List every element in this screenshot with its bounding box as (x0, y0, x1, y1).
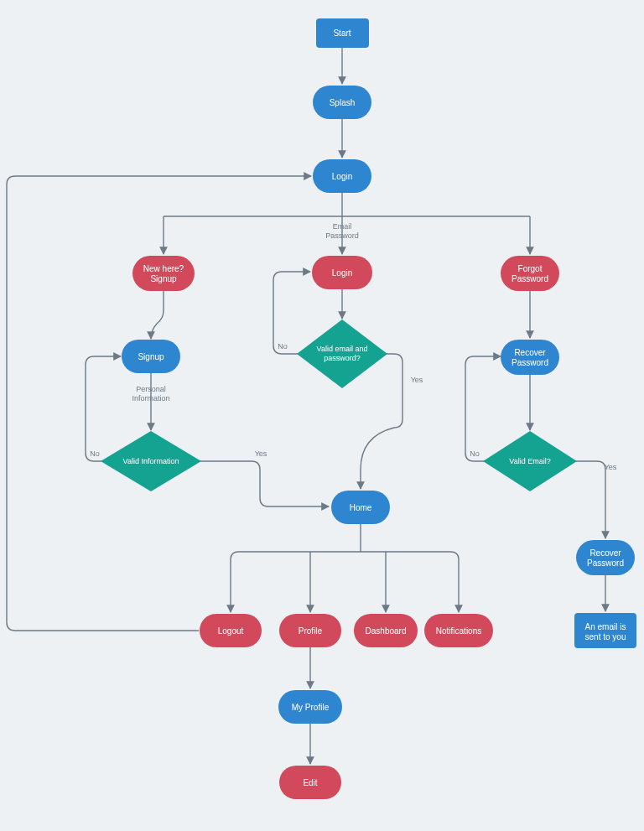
node-recover-line1: Recover (514, 348, 546, 357)
edge-validemail-yes (575, 461, 605, 538)
node-login2: Login (312, 256, 372, 289)
node-forgot-password: Forgot Password (501, 256, 559, 291)
edge-label-personal2: Information (132, 394, 169, 403)
node-newhere-line2: Signup (150, 274, 177, 283)
edge-label-validinfo-no: No (90, 449, 100, 458)
node-logout-label: Logout (218, 626, 244, 636)
node-forgot-line2: Password (512, 274, 548, 283)
node-splash-label: Splash (330, 98, 356, 107)
edge-label-validemail-no: No (470, 449, 480, 458)
node-my-profile: My Profile (278, 690, 342, 724)
node-dashboard-label: Dashboard (366, 626, 407, 636)
edge-validinfo-yes (200, 461, 329, 506)
flowchart-canvas: Email Password Personal Information No Y… (0, 0, 644, 831)
node-edit-label: Edit (303, 778, 317, 787)
node-newhere-line1: New here? (143, 264, 184, 273)
node-valid-email-password: Valid email and password? (297, 319, 387, 388)
edge-label-validep-yes: Yes (411, 376, 423, 384)
edge-validep-yes (361, 354, 402, 489)
edge-label-validinfo-yes: Yes (255, 449, 267, 458)
node-notifications: Notifications (424, 614, 493, 647)
node-valid-information: Valid Information (101, 431, 201, 491)
node-recover-password-2: Recover Password (576, 540, 635, 575)
node-start-label: Start (333, 29, 351, 38)
node-validinfo-label: Valid Information (123, 457, 179, 465)
node-notifications-label: Notifications (436, 626, 481, 636)
edge-label-validemail-yes: Yes (605, 463, 617, 471)
node-myprofile-label: My Profile (292, 703, 330, 712)
edge-label-personal1: Personal (136, 385, 166, 393)
edge-label-password: Password (325, 231, 359, 240)
node-logout: Logout (200, 614, 262, 647)
node-emailsent-line2: sent to you (585, 632, 626, 641)
node-signup-label: Signup (138, 352, 164, 361)
node-profile-label: Profile (299, 626, 323, 636)
node-start: Start (316, 18, 369, 48)
node-email-sent: An email is sent to you (574, 613, 636, 648)
edge-label-validep-no: No (278, 342, 288, 351)
node-emailsent-line1: An email is (585, 622, 626, 631)
edge-validemail-no (465, 356, 501, 461)
node-login-label: Login (332, 172, 352, 181)
node-validep-line1: Valid email and (317, 345, 368, 353)
edge-validinfo-no (86, 356, 121, 461)
node-forgot-line1: Forgot (518, 264, 543, 273)
node-login: Login (313, 159, 371, 193)
edge-newhere-signup (151, 291, 164, 339)
node-dashboard: Dashboard (354, 614, 418, 647)
edge-label-email: Email (333, 222, 352, 231)
node-recover-line2: Password (512, 358, 548, 367)
node-validep-line2: password? (324, 354, 361, 362)
node-recover2-line1: Recover (589, 548, 621, 558)
node-home: Home (331, 491, 390, 524)
node-recover-password: Recover Password (501, 340, 559, 375)
node-login2-label: Login (332, 268, 352, 278)
node-home-label: Home (350, 503, 372, 512)
node-signup: Signup (122, 340, 180, 373)
edge-logout-login (7, 176, 311, 631)
node-valid-email: Valid Email? (483, 431, 577, 491)
node-validemail-label: Valid Email? (509, 457, 550, 465)
node-splash: Splash (313, 86, 371, 119)
node-edit: Edit (279, 766, 341, 799)
node-recover2-line2: Password (587, 558, 624, 568)
node-profile: Profile (279, 614, 341, 647)
node-newhere-signup: New here? Signup (132, 256, 195, 291)
edge-home-split-bar (231, 552, 459, 559)
